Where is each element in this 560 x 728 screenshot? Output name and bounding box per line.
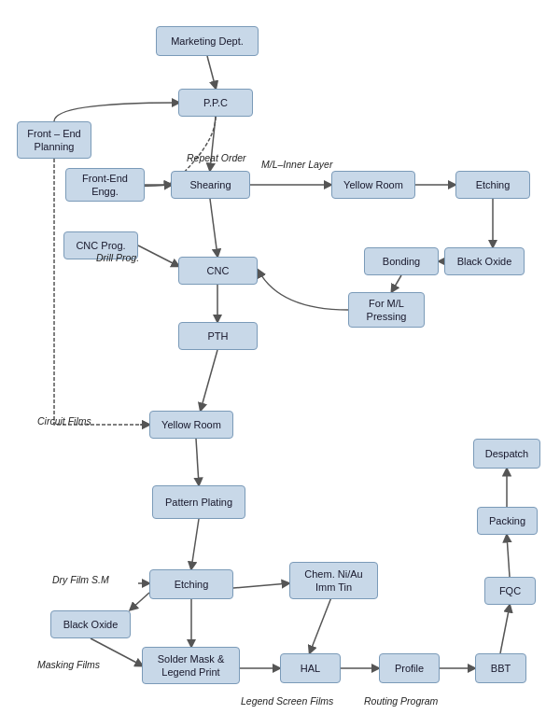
for-pressing-box: For M/L Pressing xyxy=(348,292,425,328)
pth-box: PTH xyxy=(178,322,258,350)
frontend-engg-box: Front-End Engg. xyxy=(65,168,145,202)
dry-film-label: Dry Film S.M xyxy=(52,574,109,585)
svg-line-8 xyxy=(138,245,178,266)
shearing-box: Shearing xyxy=(171,171,250,199)
marketing-dept-box: Marketing Dept. xyxy=(156,26,259,56)
solder-mask-box: Solder Mask & Legend Print xyxy=(142,647,240,684)
flow-diagram: Marketing Dept. P.P.C Front – End Planni… xyxy=(0,0,560,728)
profile-box: Profile xyxy=(379,653,440,683)
svg-line-9 xyxy=(210,199,217,256)
fqc-box: FQC xyxy=(484,577,536,605)
pattern-plating-box: Pattern Plating xyxy=(152,485,245,519)
svg-line-24 xyxy=(131,593,149,609)
svg-line-13 xyxy=(191,519,199,568)
packing-box: Packing xyxy=(477,507,538,535)
legend-screen-films-label: Legend Screen Films xyxy=(241,695,333,707)
frontend-planning-box: Front – End Planning xyxy=(17,121,91,159)
hal-box: HAL xyxy=(280,653,341,683)
svg-line-7 xyxy=(392,275,401,291)
ppc-box: P.P.C xyxy=(178,89,253,117)
repeat-order-label: Repeat Order xyxy=(187,152,246,163)
svg-line-20 xyxy=(500,606,510,653)
yellow-room1-box: Yellow Room xyxy=(331,171,415,199)
despatch-box: Despatch xyxy=(473,439,540,469)
chem-ni-box: Chem. Ni/Au Imm Tin xyxy=(289,562,378,599)
black-oxide1-box: Black Oxide xyxy=(444,247,525,275)
svg-line-12 xyxy=(196,439,199,484)
black-oxide2-box: Black Oxide xyxy=(50,610,131,638)
svg-line-11 xyxy=(201,350,217,410)
masking-films-label: Masking Films xyxy=(37,659,100,670)
bonding-box: Bonding xyxy=(364,247,439,275)
ml-inner-layer-label: M/L–Inner Layer xyxy=(261,159,332,170)
cnc-box: CNC xyxy=(178,257,258,285)
svg-line-0 xyxy=(207,56,216,88)
routing-program-label: Routing Program xyxy=(364,695,438,707)
etching1-box: Etching xyxy=(455,171,530,199)
svg-line-21 xyxy=(507,536,510,577)
yellow-room2-box: Yellow Room xyxy=(149,411,233,439)
svg-line-17 xyxy=(310,593,333,652)
svg-line-23 xyxy=(233,583,288,588)
drill-prog-label: Drill Prog. xyxy=(96,252,139,263)
etching2-box: Etching xyxy=(149,569,233,599)
circuit-films-label: Circuit Films xyxy=(37,415,91,427)
bbt-box: BBT xyxy=(475,653,526,683)
